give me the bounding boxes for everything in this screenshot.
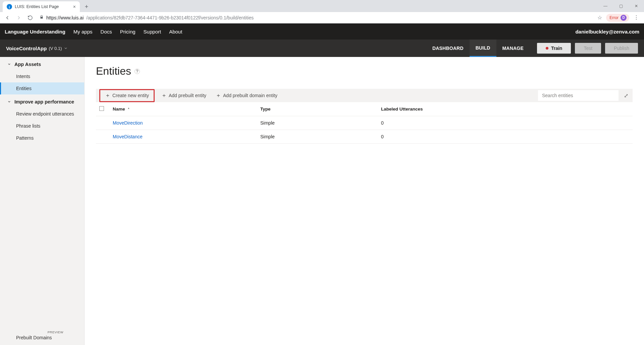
nav-reload-button[interactable] <box>25 13 35 22</box>
search-entities-input[interactable] <box>538 90 619 101</box>
create-new-entity-label: Create new entity <box>112 93 149 98</box>
address-field[interactable]: https://www.luis.ai/applications/82fdb72… <box>37 13 595 22</box>
browser-chrome: ¡ LUIS: Entities List Page × + ― ▢ ✕ htt… <box>0 0 644 23</box>
sidebar-group-improve-label: Improve app performance <box>14 99 74 105</box>
tab-title: LUIS: Entities List Page <box>15 4 59 9</box>
brand-label[interactable]: Language Understanding <box>5 29 65 34</box>
page-title-text: Entities <box>96 65 131 77</box>
subnav-tabs: DASHBOARD BUILD MANAGE <box>426 40 530 57</box>
entity-type-cell: Simple <box>257 116 378 130</box>
content: Entities ? ＋ Create new entity ＋ Add pre… <box>85 57 644 345</box>
tab-build[interactable]: BUILD <box>470 40 496 57</box>
table-row[interactable]: MoveDistance Simple 0 <box>96 130 633 144</box>
user-email[interactable]: danielbuckley@zenva.com <box>575 29 639 34</box>
error-label: Error <box>609 15 619 20</box>
test-button[interactable]: Test <box>575 43 601 54</box>
topnav-link-support[interactable]: Support <box>144 29 161 34</box>
preview-badge: PREVIEW <box>48 330 63 334</box>
page-title: Entities ? <box>96 65 633 77</box>
help-icon[interactable]: ? <box>135 69 140 74</box>
url-path: /applications/82fdb727-7364-4471-9b26-b2… <box>86 15 254 20</box>
subnav-actions: Train Test Publish <box>537 43 638 54</box>
profile-avatar-icon: D <box>621 15 627 21</box>
plus-icon: ＋ <box>161 92 167 99</box>
url-host: https://www.luis.ai <box>46 15 84 20</box>
entity-name-link[interactable]: MoveDistance <box>109 130 257 144</box>
train-label: Train <box>551 46 562 51</box>
window-minimize-icon[interactable]: ― <box>598 1 613 11</box>
column-type-label: Type <box>260 107 271 112</box>
browser-menu-icon[interactable]: ⋮ <box>631 14 641 21</box>
train-button[interactable]: Train <box>537 43 571 54</box>
create-new-entity-button[interactable]: ＋ Create new entity <box>99 89 155 102</box>
nav-back-button[interactable] <box>3 13 12 22</box>
sidebar-item-phraselists[interactable]: Phrase lists <box>0 120 84 132</box>
plus-icon: ＋ <box>105 92 110 99</box>
chevron-down-icon <box>7 100 11 104</box>
sidebar-group-improve[interactable]: Improve app performance <box>0 94 84 108</box>
new-tab-button[interactable]: + <box>82 2 91 11</box>
column-header-type[interactable]: Type <box>257 102 378 116</box>
plus-icon: ＋ <box>216 92 221 99</box>
topnav-link-docs[interactable]: Docs <box>101 29 112 34</box>
tab-manage[interactable]: MANAGE <box>496 40 530 57</box>
sort-asc-icon: ˄ <box>128 108 129 111</box>
sidebar-item-review[interactable]: Review endpoint utterances <box>0 108 84 120</box>
toolbar-expand-icon[interactable]: ⤢ <box>623 92 629 99</box>
toolbar: ＋ Create new entity ＋ Add prebuilt entit… <box>96 89 633 102</box>
add-prebuilt-entity-label: Add prebuilt entity <box>169 93 206 98</box>
app-selector[interactable]: VoiceControlApp (V 0.1) <box>6 46 68 51</box>
lock-icon <box>40 15 44 20</box>
main: App Assets Intents Entities Improve app … <box>0 57 644 345</box>
address-bar: https://www.luis.ai/applications/82fdb72… <box>0 12 644 23</box>
entity-name-link[interactable]: MoveDirection <box>109 116 257 130</box>
entity-labeled-cell: 0 <box>378 116 633 130</box>
sidebar-item-entities[interactable]: Entities <box>0 82 84 94</box>
entity-labeled-cell: 0 <box>378 130 633 144</box>
sidebar: App Assets Intents Entities Improve app … <box>0 57 85 345</box>
tab-favicon-icon: ¡ <box>7 4 12 9</box>
window-maximize-icon[interactable]: ▢ <box>613 1 629 11</box>
column-name-label: Name <box>113 107 125 112</box>
sidebar-item-intents[interactable]: Intents <box>0 70 84 82</box>
table-row[interactable]: MoveDirection Simple 0 <box>96 116 633 130</box>
chevron-down-icon <box>7 62 11 67</box>
prebuilt-domains-label: Prebuilt Domains <box>16 335 52 340</box>
test-label: Test <box>584 46 592 51</box>
train-status-dot-icon <box>546 47 548 50</box>
chevron-down-icon <box>64 46 68 51</box>
app-version-label: (V 0.1) <box>49 46 62 51</box>
sidebar-item-patterns[interactable]: Patterns <box>0 132 84 144</box>
sidebar-group-assets[interactable]: App Assets <box>0 57 84 70</box>
nav-forward-button[interactable] <box>14 13 23 22</box>
publish-label: Publish <box>614 46 629 51</box>
bookmark-star-icon[interactable]: ☆ <box>597 14 602 21</box>
entities-table: Name ˄ Type Labeled Utterances MoveDirec… <box>96 102 633 144</box>
column-header-labeled[interactable]: Labeled Utterances <box>378 102 633 116</box>
add-prebuilt-entity-button[interactable]: ＋ Add prebuilt entity <box>159 91 209 100</box>
add-prebuilt-domain-entity-label: Add prebuilt domain entity <box>223 93 277 98</box>
window-close-icon[interactable]: ✕ <box>629 1 644 11</box>
publish-button[interactable]: Publish <box>605 43 638 54</box>
select-all-checkbox[interactable] <box>99 106 104 111</box>
extension-error-badge[interactable]: Error D <box>606 14 629 22</box>
tab-bar: ¡ LUIS: Entities List Page × + ― ▢ ✕ <box>0 0 644 12</box>
app-name-label: VoiceControlApp <box>6 46 47 51</box>
tab-close-icon[interactable]: × <box>73 4 76 9</box>
column-labeled-label: Labeled Utterances <box>381 107 423 112</box>
sub-nav: VoiceControlApp (V 0.1) DASHBOARD BUILD … <box>0 40 644 57</box>
add-prebuilt-domain-entity-button[interactable]: ＋ Add prebuilt domain entity <box>213 91 280 100</box>
topnav-link-pricing[interactable]: Pricing <box>120 29 136 34</box>
entity-type-cell: Simple <box>257 130 378 144</box>
sidebar-group-assets-label: App Assets <box>14 62 41 67</box>
top-nav: Language Understanding My apps Docs Pric… <box>0 23 644 40</box>
topnav-link-myapps[interactable]: My apps <box>73 29 93 34</box>
window-controls: ― ▢ ✕ <box>598 0 644 12</box>
browser-tab[interactable]: ¡ LUIS: Entities List Page × <box>3 1 80 12</box>
column-header-name[interactable]: Name ˄ <box>109 102 257 116</box>
topnav-link-about[interactable]: About <box>169 29 182 34</box>
tab-dashboard[interactable]: DASHBOARD <box>426 40 470 57</box>
sidebar-item-prebuilt-domains[interactable]: PREVIEW Prebuilt Domains <box>0 333 84 345</box>
